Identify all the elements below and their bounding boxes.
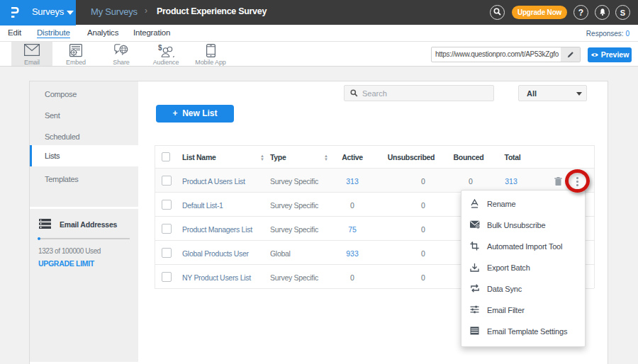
svg-text:$: $ bbox=[158, 44, 162, 52]
